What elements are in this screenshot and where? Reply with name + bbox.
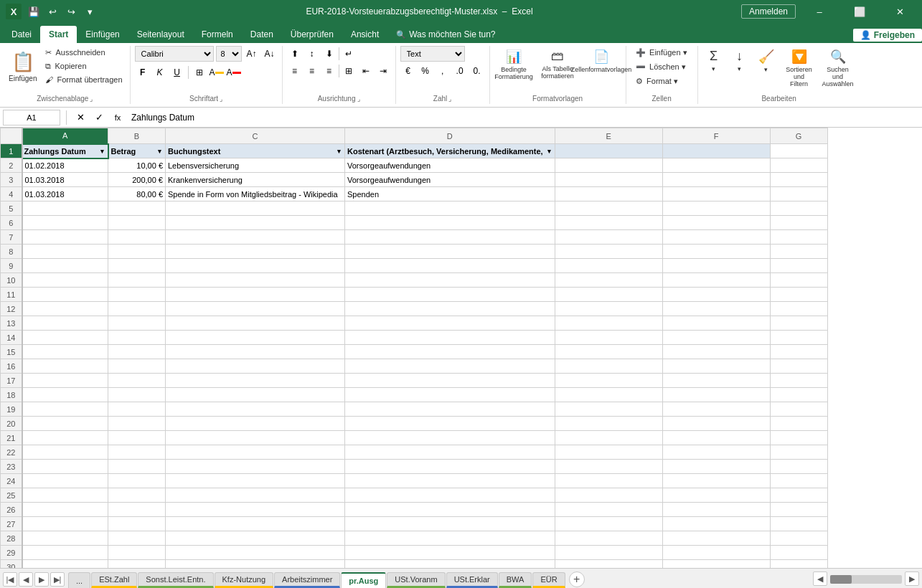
tab-nav-next[interactable]: ▶ [34,572,49,587]
cell-G2[interactable] [770,158,827,173]
cell-E13[interactable] [555,316,662,331]
cell-A25[interactable] [22,488,108,503]
cell-C14[interactable] [166,331,345,345]
cell-D27[interactable] [345,517,555,531]
filter-arrow-B[interactable]: ▾ [156,148,163,155]
cell-F27[interactable] [662,517,770,531]
cell-G11[interactable] [770,288,827,302]
cell-G14[interactable] [770,331,827,345]
cell-A16[interactable] [22,359,108,374]
align-bottom-btn[interactable]: ⬇ [321,46,337,62]
border-button[interactable]: ⊞ [192,65,207,80]
cell-F29[interactable] [662,546,770,560]
cell-F6[interactable] [662,216,770,230]
cell-D5[interactable] [345,201,555,216]
cell-C1[interactable]: Buchungstext▾ [166,144,345,158]
cell-B5[interactable] [108,201,166,216]
cell-F30[interactable] [662,560,770,569]
cell-D7[interactable] [345,230,555,245]
cell-D6[interactable] [345,216,555,230]
maximize-button[interactable]: ⬜ [843,0,876,23]
sheet-tab-EÜR[interactable]: EÜR [532,572,565,588]
cell-E18[interactable] [555,388,662,402]
cell-G4[interactable] [770,187,827,201]
copy-button[interactable]: ⧉Kopieren [42,60,125,72]
cell-C15[interactable] [166,345,345,359]
cell-A24[interactable] [22,474,108,488]
sheet-tab-Arbeitszimmer[interactable]: Arbeitszimmer [274,572,340,588]
cell-E14[interactable] [555,331,662,345]
row-header-9[interactable]: 9 [1,259,22,273]
cell-F25[interactable] [662,488,770,503]
cell-G28[interactable] [770,531,827,546]
signin-button[interactable]: Anmelden [741,4,796,19]
tab-daten[interactable]: Daten [242,26,282,43]
cell-C7[interactable] [166,230,345,245]
cell-G1[interactable] [770,144,827,158]
cell-D1[interactable]: Kostenart (Arztbesuch, Versicherung, Med… [345,144,555,158]
cell-E28[interactable] [555,531,662,546]
underline-button[interactable]: U [169,65,185,80]
cell-G3[interactable] [770,173,827,187]
cell-C4[interactable]: Spende in Form von Mitgliedsbeitrag - Wi… [166,187,345,201]
cell-C18[interactable] [166,388,345,402]
clipboard-expand-icon[interactable]: ⌟ [90,95,93,103]
cell-G10[interactable] [770,273,827,288]
confirm-formula-btn[interactable]: ✓ [91,110,107,125]
thousands-btn[interactable]: , [435,63,451,79]
cell-A27[interactable] [22,517,108,531]
cell-E19[interactable] [555,402,662,417]
filter-arrow-D[interactable]: ▾ [546,148,552,155]
bold-button[interactable]: F [135,65,151,80]
cell-G29[interactable] [770,546,827,560]
cell-B7[interactable] [108,230,166,245]
cell-F13[interactable] [662,316,770,331]
cell-A18[interactable] [22,388,108,402]
cell-C11[interactable] [166,288,345,302]
align-middle-btn[interactable]: ↕ [304,46,320,62]
cell-D20[interactable] [345,417,555,431]
cell-F14[interactable] [662,331,770,345]
cell-A11[interactable] [22,288,108,302]
cell-E21[interactable] [555,431,662,445]
cell-E4[interactable] [555,187,662,201]
row-header-16[interactable]: 16 [1,359,22,374]
row-header-14[interactable]: 14 [1,331,22,345]
row-header-25[interactable]: 25 [1,488,22,503]
cell-A10[interactable] [22,273,108,288]
cell-E3[interactable] [555,173,662,187]
filter-arrow-A[interactable]: ▾ [99,148,105,155]
sheet-tab-BWA[interactable]: BWA [499,572,532,588]
row-header-1[interactable]: 1 [1,144,22,158]
cell-B22[interactable] [108,445,166,460]
row-header-4[interactable]: 4 [1,187,22,201]
cell-E24[interactable] [555,474,662,488]
cell-C26[interactable] [166,503,345,517]
fill-btn[interactable]: ↓ ▾ [728,46,751,75]
cell-C20[interactable] [166,417,345,431]
tab-einfuegen[interactable]: Einfügen [77,26,128,43]
cell-F22[interactable] [662,445,770,460]
tab-formeln[interactable]: Formeln [193,26,242,43]
format-painter-button[interactable]: 🖌Format übertragen [42,73,125,86]
cell-E17[interactable] [555,374,662,388]
cell-B18[interactable] [108,388,166,402]
cell-G7[interactable] [770,230,827,245]
cell-F16[interactable] [662,359,770,374]
insert-function-btn[interactable]: fx [110,110,126,125]
minimize-button[interactable]: – [803,0,836,23]
cell-F1[interactable] [662,144,770,158]
cell-E30[interactable] [555,560,662,569]
cell-D23[interactable] [345,460,555,474]
find-select-btn[interactable]: 🔍 Suchen und Auswählen [820,46,856,90]
as-table-btn[interactable]: 🗃 Als Tabelle formatieren [538,46,578,82]
cell-E12[interactable] [555,302,662,316]
currency-btn[interactable]: € [400,63,416,79]
close-button[interactable]: ✕ [883,0,916,23]
cell-E7[interactable] [555,230,662,245]
cell-A12[interactable] [22,302,108,316]
cell-B11[interactable] [108,288,166,302]
cell-B12[interactable] [108,302,166,316]
cell-B13[interactable] [108,316,166,331]
row-header-23[interactable]: 23 [1,460,22,474]
